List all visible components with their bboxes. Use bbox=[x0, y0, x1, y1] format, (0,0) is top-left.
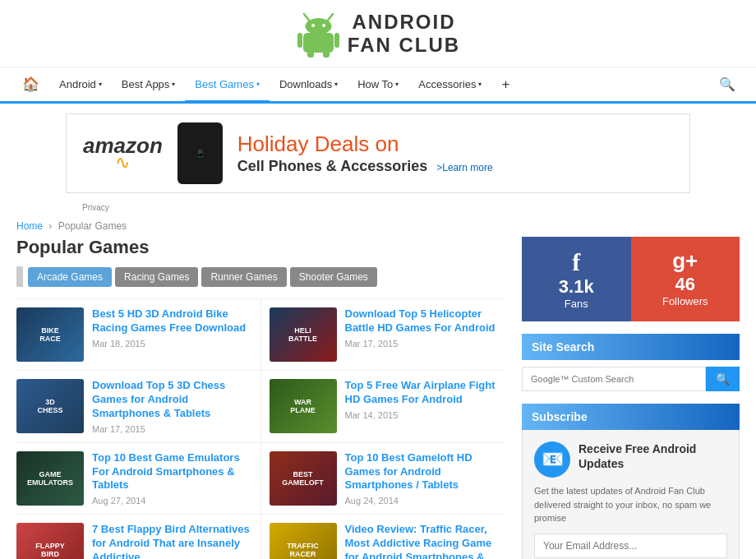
site-header: ANDROIDFAN CLUB bbox=[0, 0, 756, 67]
game-info: 7 Best Flappy Bird Alternatives for Andr… bbox=[92, 523, 254, 559]
facebook-label: Fans bbox=[530, 298, 623, 310]
subscribe-email-input[interactable] bbox=[534, 534, 727, 558]
game-date: Mar 17, 2015 bbox=[92, 424, 254, 434]
cat-tab-shooter[interactable]: Shooter Games bbox=[290, 267, 377, 287]
game-info: Video Review: Traffic Racer, Most Addict… bbox=[345, 523, 506, 559]
subscribe-icon: 📧 bbox=[534, 441, 570, 478]
nav-item-plus[interactable]: + bbox=[491, 68, 519, 101]
game-thumbnail: TRAFFICRACER bbox=[270, 523, 337, 559]
game-info: Top 10 Best Game Emulators For Android S… bbox=[92, 451, 254, 506]
game-thumbnail: WARPLANE bbox=[270, 379, 337, 433]
cat-tab-arcade[interactable]: Arcade Games bbox=[28, 267, 112, 287]
game-thumbnail: HELIBATTLE bbox=[270, 307, 337, 362]
game-date: Aug 24, 2014 bbox=[345, 496, 506, 506]
svg-rect-5 bbox=[303, 33, 334, 53]
nav-home-icon[interactable]: 🏠 bbox=[12, 67, 49, 101]
content-area: Popular Games Arcade Games Racing Games … bbox=[16, 237, 505, 559]
ad-subtext: Cell Phones & Accessories >Learn more bbox=[237, 158, 493, 174]
site-search-header: Site Search bbox=[522, 334, 740, 360]
svg-point-4 bbox=[322, 24, 325, 27]
game-date: Aug 27, 2014 bbox=[92, 496, 254, 506]
dropdown-arrow: ▾ bbox=[334, 81, 338, 88]
subscribe-header: Subscribe bbox=[522, 404, 740, 430]
facebook-box[interactable]: f 3.1k Fans bbox=[522, 237, 631, 321]
cat-tab-racing[interactable]: Racing Games bbox=[115, 267, 198, 287]
main-layout: Popular Games Arcade Games Racing Games … bbox=[0, 237, 756, 559]
googleplus-icon: g+ bbox=[639, 248, 732, 274]
game-title[interactable]: Video Review: Traffic Racer, Most Addict… bbox=[345, 523, 506, 559]
dropdown-arrow: ▾ bbox=[395, 81, 399, 88]
site-logo[interactable]: ANDROIDFAN CLUB bbox=[296, 10, 460, 58]
nav-item-android[interactable]: Android▾ bbox=[49, 68, 112, 103]
tab-indicator bbox=[16, 266, 23, 287]
search-button[interactable]: 🔍 bbox=[706, 367, 740, 391]
nav-item-best-games[interactable]: Best Games▾ bbox=[185, 68, 270, 103]
category-tabs: Arcade Games Racing Games Runner Games S… bbox=[16, 266, 505, 287]
svg-line-1 bbox=[327, 14, 333, 21]
list-item: BIKERACE Best 5 HD 3D Android Bike Racin… bbox=[16, 299, 261, 371]
nav-search-icon[interactable]: 🔍 bbox=[711, 68, 744, 100]
game-title[interactable]: Best 5 HD 3D Android Bike Racing Games F… bbox=[92, 307, 254, 335]
ad-learn-more[interactable]: >Learn more bbox=[436, 162, 492, 173]
ad-amazon-logo: amazon ∿ bbox=[83, 133, 163, 173]
game-date: Mar 17, 2015 bbox=[345, 339, 506, 349]
nav-item-how-to[interactable]: How To▾ bbox=[348, 68, 408, 103]
list-item: WARPLANE Top 5 Free War Airplane Fight H… bbox=[261, 371, 506, 443]
game-title[interactable]: Top 5 Free War Airplane Fight HD Games F… bbox=[345, 379, 506, 407]
dropdown-arrow: ▾ bbox=[478, 81, 482, 88]
logo-text: ANDROIDFAN CLUB bbox=[348, 11, 460, 56]
nav-item-best-apps[interactable]: Best Apps▾ bbox=[112, 68, 186, 103]
list-item: BESTGAMELOFT Top 10 Best Gameloft HD Gam… bbox=[261, 443, 506, 515]
breadcrumb: Home › Popular Games bbox=[0, 215, 756, 237]
nav-item-downloads[interactable]: Downloads▾ bbox=[270, 68, 348, 103]
game-thumbnail: GAMEEMULATORS bbox=[16, 451, 84, 506]
ad-phone-image: 📱 bbox=[177, 122, 223, 184]
game-date: Mar 18, 2015 bbox=[92, 339, 254, 349]
game-thumbnail: BIKERACE bbox=[16, 307, 84, 362]
nav-item-accessories[interactable]: Accessories▾ bbox=[408, 68, 491, 103]
googleplus-count: 46 bbox=[639, 274, 732, 295]
breadcrumb-home[interactable]: Home bbox=[16, 220, 43, 232]
dropdown-arrow: ▾ bbox=[99, 81, 102, 88]
game-grid: BIKERACE Best 5 HD 3D Android Bike Racin… bbox=[16, 298, 505, 559]
breadcrumb-current: Popular Games bbox=[58, 220, 127, 232]
site-search-section: Site Search 🔍 bbox=[522, 334, 740, 391]
list-item: 3DCHESS Download Top 5 3D Chess Games fo… bbox=[16, 371, 261, 443]
sidebar: f 3.1k Fans g+ 46 Followers Site Search … bbox=[522, 237, 740, 559]
svg-line-0 bbox=[304, 14, 310, 21]
main-nav: 🏠 Android▾ Best Apps▾ Best Games▾ Downlo… bbox=[0, 67, 756, 104]
game-info: Top 10 Best Gameloft HD Games for Androi… bbox=[345, 451, 506, 506]
ad-banner: amazon ∿ 📱 Holiday Deals on Cell Phones … bbox=[66, 113, 690, 193]
subscribe-title: Receive Free Android Updates bbox=[579, 441, 727, 471]
game-thumbnail: 3DCHESS bbox=[16, 379, 84, 433]
svg-point-3 bbox=[311, 24, 315, 27]
game-title[interactable]: Top 10 Best Gameloft HD Games for Androi… bbox=[345, 451, 506, 493]
svg-rect-7 bbox=[334, 33, 339, 48]
list-item: HELIBATTLE Download Top 5 Helicopter Bat… bbox=[261, 299, 506, 371]
game-title[interactable]: Top 10 Best Game Emulators For Android S… bbox=[92, 451, 254, 493]
game-thumbnail: FLAPPYBIRD bbox=[16, 523, 84, 559]
game-thumbnail: BESTGAMELOFT bbox=[270, 451, 337, 506]
game-date: Mar 14, 2015 bbox=[345, 410, 506, 420]
svg-point-2 bbox=[305, 18, 331, 35]
subscribe-box: 📧 Receive Free Android Updates Get the l… bbox=[522, 430, 740, 559]
game-title[interactable]: 7 Best Flappy Bird Alternatives for Andr… bbox=[92, 523, 254, 559]
breadcrumb-sep: › bbox=[48, 220, 52, 232]
googleplus-label: Followers bbox=[639, 295, 732, 307]
dropdown-arrow: ▾ bbox=[172, 81, 175, 88]
social-boxes: f 3.1k Fans g+ 46 Followers bbox=[522, 237, 740, 321]
cat-tab-runner[interactable]: Runner Games bbox=[201, 267, 286, 287]
game-info: Download Top 5 3D Chess Games for Androi… bbox=[92, 379, 254, 434]
svg-rect-9 bbox=[323, 51, 330, 58]
game-title[interactable]: Download Top 5 3D Chess Games for Androi… bbox=[92, 379, 254, 421]
game-info: Best 5 HD 3D Android Bike Racing Games F… bbox=[92, 307, 254, 362]
page-title: Popular Games bbox=[16, 237, 505, 258]
ad-copy: Holiday Deals on Cell Phones & Accessori… bbox=[237, 132, 673, 174]
subscribe-section: Subscribe 📧 Receive Free Android Updates… bbox=[522, 404, 740, 559]
game-title[interactable]: Download Top 5 Helicopter Battle HD Game… bbox=[345, 307, 506, 335]
search-input[interactable] bbox=[522, 367, 706, 391]
googleplus-box[interactable]: g+ 46 Followers bbox=[631, 237, 740, 321]
game-info: Top 5 Free War Airplane Fight HD Games F… bbox=[345, 379, 506, 434]
list-item: GAMEEMULATORS Top 10 Best Game Emulators… bbox=[16, 443, 261, 515]
svg-rect-6 bbox=[297, 33, 302, 48]
